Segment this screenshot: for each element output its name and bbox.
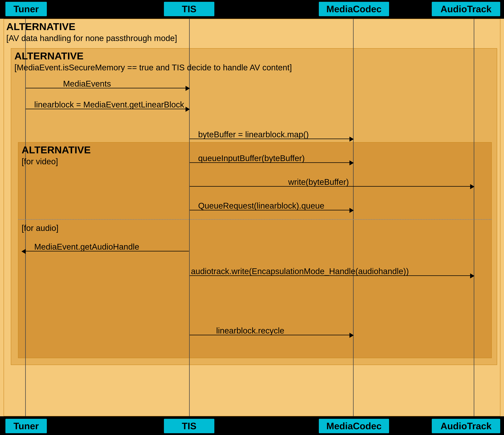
- footer-audiotrack-box: AudioTrack: [432, 419, 500, 433]
- tis-lifeline: [189, 19, 190, 416]
- header-audiotrack-label: AudioTrack: [441, 4, 491, 14]
- msg2-arrowhead: [186, 107, 190, 112]
- msg1-label: MediaEvents: [63, 79, 111, 88]
- inner-alt1-keyword: ALTERNATIVE: [14, 50, 84, 62]
- msg9-arrowhead: [350, 333, 354, 338]
- header-audiotrack-box: AudioTrack: [432, 2, 500, 16]
- header-tuner-label: Tuner: [14, 4, 39, 14]
- header-tuner-box: Tuner: [5, 2, 47, 16]
- outer-alt-keyword: ALTERNATIVE: [6, 21, 75, 32]
- inner-alt2-keyword: ALTERNATIVE: [22, 144, 91, 156]
- sequence-diagram: ALTERNATIVE [AV data handling for none p…: [0, 0, 504, 435]
- msg9-label: linearblock.recycle: [216, 326, 284, 335]
- footer-mediacodec-label: MediaCodec: [326, 421, 381, 431]
- outer-alt-condition: [AV data handling for none passthrough m…: [6, 33, 177, 43]
- inner-alt2-condition-video: [for video]: [22, 157, 58, 166]
- msg8-label: audiotrack.write(EncapsulationMode_Handl…: [191, 266, 409, 276]
- msg2-label: linearblock = MediaEvent.getLinearBlock: [34, 100, 184, 109]
- inner-alt2-condition-audio: [for audio]: [22, 223, 59, 233]
- inner-alt1-condition: [MediaEvent.isSecureMemory == true and T…: [14, 63, 292, 72]
- msg4-arrowhead: [350, 160, 354, 165]
- footer-audiotrack-label: AudioTrack: [441, 421, 491, 431]
- footer-tis-label: TIS: [182, 421, 197, 431]
- footer-mediacodec-box: MediaCodec: [319, 419, 389, 433]
- msg1-arrowhead: [186, 86, 190, 91]
- msg3-arrowhead: [350, 137, 354, 142]
- footer-tuner-label: Tuner: [14, 421, 39, 431]
- alt2-separator: [18, 219, 492, 220]
- msg6-label: QueueRequest(linearblock).queue: [198, 201, 324, 210]
- header-tis-box: TIS: [164, 2, 214, 16]
- msg4-label: queueInputBuffer(byteBuffer): [198, 153, 305, 163]
- header-mediacodec-label: MediaCodec: [326, 4, 381, 14]
- audiotrack-lifeline: [474, 19, 474, 416]
- msg8-arrowhead: [470, 273, 475, 278]
- footer-tuner-box: Tuner: [5, 419, 47, 433]
- msg6-arrowhead: [350, 208, 354, 213]
- tuner-lifeline: [25, 19, 26, 416]
- footer-tis-box: TIS: [164, 419, 214, 433]
- header-tis-label: TIS: [182, 4, 197, 14]
- msg5-arrowhead: [470, 184, 475, 189]
- msg7-arrowhead: [21, 249, 26, 254]
- msg7-label: MediaEvent.getAudioHandle: [34, 242, 139, 252]
- msg5-label: write(byteBuffer): [288, 177, 349, 187]
- header-mediacodec-box: MediaCodec: [319, 2, 389, 16]
- mediacodec-lifeline: [353, 19, 354, 416]
- msg3-label: byteBuffer = linearblock.map(): [198, 130, 309, 139]
